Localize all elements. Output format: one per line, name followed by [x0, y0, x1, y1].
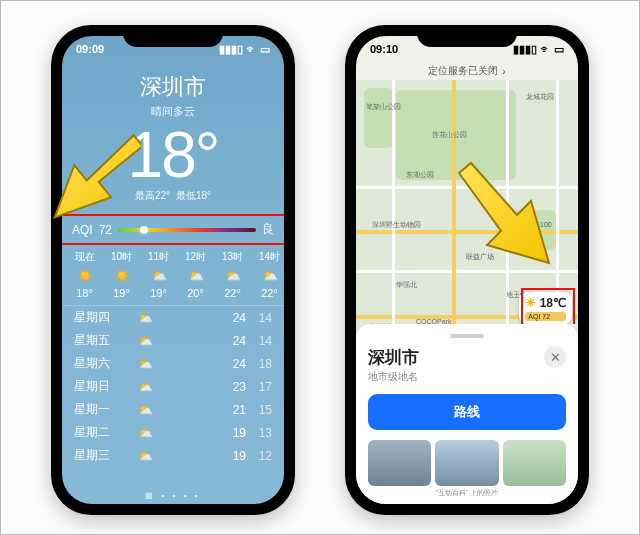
weather-badge[interactable]: ☀︎ 18℃ AQI 72: [519, 292, 572, 324]
badge-temp: 18℃: [540, 296, 566, 310]
weather-icon: ⛅: [188, 268, 204, 283]
weather-icon: ⛅: [128, 357, 220, 371]
hour-temp: 18°: [76, 287, 93, 299]
day-high: 24: [220, 334, 246, 348]
hour-temp: 19°: [150, 287, 167, 299]
day-low: 18: [246, 357, 272, 371]
hour-temp: 19°: [113, 287, 130, 299]
day-low: 14: [246, 311, 272, 325]
poi-label[interactable]: COCOPark: [416, 318, 451, 324]
wifi-icon: ᯤ: [540, 43, 551, 55]
day-name: 星期二: [74, 424, 128, 441]
hour-cell: 10时☀️19°: [103, 250, 140, 299]
day-row: 星期一⛅2115: [62, 398, 284, 421]
hour-time: 12时: [185, 250, 206, 264]
day-name: 星期三: [74, 447, 128, 464]
poi-label[interactable]: 华强北: [396, 280, 417, 290]
day-low: 17: [246, 380, 272, 394]
weather-icon: ⛅: [262, 268, 278, 283]
clock: 09:10: [370, 43, 398, 55]
clock: 09:09: [76, 43, 104, 55]
day-high: 23: [220, 380, 246, 394]
day-name: 星期六: [74, 355, 128, 372]
page-dots[interactable]: ▦ • • • •: [62, 487, 284, 504]
aqi-gradient-bar: [118, 228, 256, 232]
day-row: 星期日⛅2317: [62, 375, 284, 398]
hour-temp: 22°: [224, 287, 241, 299]
day-row: 星期四⛅2414: [62, 306, 284, 329]
day-row: 星期六⛅2418: [62, 352, 284, 375]
day-low: 14: [246, 334, 272, 348]
high-low: 最高22° 最低18°: [62, 189, 284, 203]
weather-icon: ⛅: [128, 311, 220, 325]
map-canvas[interactable]: 莲花山公园 笔架山公园 龙城花园 东湖公园 深圳野生动物园 联益广场 华强北 地…: [356, 80, 578, 324]
photo-thumb[interactable]: [368, 440, 431, 486]
poi-label[interactable]: 深圳野生动物园: [372, 220, 421, 230]
weather-icon: ⛅: [128, 334, 220, 348]
day-name: 星期五: [74, 332, 128, 349]
poi-label[interactable]: 东湖公园: [406, 170, 434, 180]
phone-left: 09:09 ▮▮▮▯ ᯤ ▭ 深圳市 晴间多云 18° 最高22° 最低18°: [51, 25, 295, 515]
place-sheet[interactable]: 深圳市 地市级地名 ✕ 路线 "互动百科" 上的照片: [356, 324, 578, 504]
photo-thumb[interactable]: [435, 440, 498, 486]
notch-right: [417, 25, 517, 47]
hour-cell: 11时⛅19°: [140, 250, 177, 299]
close-button[interactable]: ✕: [544, 346, 566, 368]
poi-label[interactable]: 龙城花园: [526, 92, 554, 102]
aqi-value: 72: [99, 223, 112, 237]
weather-icon: ⛅: [128, 426, 220, 440]
status-icons: ▮▮▮▯ ᯤ ▭: [219, 43, 270, 56]
weather-icon: ☀️: [114, 268, 130, 283]
day-name: 星期一: [74, 401, 128, 418]
hourly-forecast[interactable]: 现在☀️18°10时☀️19°11时⛅19°12时⛅20°13时⛅22°14时⛅…: [62, 244, 284, 306]
place-subtitle: 地市级地名: [368, 370, 419, 384]
day-row: 星期五⛅2414: [62, 329, 284, 352]
photo-credit: "互动百科" 上的照片: [368, 488, 566, 498]
hour-temp: 20°: [187, 287, 204, 299]
low-temp: 最低18°: [176, 189, 211, 203]
aqi-grade: 良: [262, 221, 274, 238]
day-name: 星期四: [74, 309, 128, 326]
battery-icon: ▭: [554, 43, 564, 56]
hour-time: 10时: [111, 250, 132, 264]
day-high: 21: [220, 403, 246, 417]
poi-label[interactable]: 海岸城: [370, 322, 391, 324]
day-low: 12: [246, 449, 272, 463]
day-high: 24: [220, 311, 246, 325]
hour-cell: 现在☀️18°: [66, 250, 103, 299]
weather-icon: ⛅: [225, 268, 241, 283]
status-icons: ▮▮▮▯ ᯤ ▭: [513, 43, 564, 56]
day-row: 星期二⛅1913: [62, 421, 284, 444]
poi-label[interactable]: 莲花山公园: [432, 130, 467, 140]
weather-app: 09:09 ▮▮▮▯ ᯤ ▭ 深圳市 晴间多云 18° 最高22° 最低18°: [62, 36, 284, 504]
photo-thumbs[interactable]: [368, 440, 566, 486]
hour-time: 14时: [259, 250, 280, 264]
daily-forecast[interactable]: 星期四⛅2414星期五⛅2414星期六⛅2418星期日⛅2317星期一⛅2115…: [62, 306, 284, 487]
hour-cell: 13时⛅22°: [214, 250, 251, 299]
hour-cell: 12时⛅20°: [177, 250, 214, 299]
route-button[interactable]: 路线: [368, 394, 566, 430]
weather-icon: ⛅: [128, 403, 220, 417]
place-title: 深圳市: [368, 346, 419, 369]
city-name: 深圳市: [62, 72, 284, 102]
poi-label[interactable]: 联益广场: [466, 252, 494, 262]
day-row: 星期三⛅1912: [62, 444, 284, 467]
location-notice[interactable]: 定位服务已关闭 ›: [356, 62, 578, 80]
sheet-grabber[interactable]: [450, 334, 484, 338]
chevron-right-icon: ›: [502, 66, 505, 77]
aqi-row[interactable]: AQI 72 良: [62, 215, 284, 244]
poi-label[interactable]: 笔架山公园: [366, 102, 401, 112]
hour-temp: 22°: [261, 287, 278, 299]
phone-right: 09:10 ▮▮▮▯ ᯤ ▭ 定位服务已关闭 ›: [345, 25, 589, 515]
day-high: 19: [220, 426, 246, 440]
badge-aqi: AQI 72: [525, 312, 566, 321]
photo-thumb[interactable]: [503, 440, 566, 486]
battery-icon: ▭: [260, 43, 270, 56]
hour-time: 现在: [75, 250, 95, 264]
condition: 晴间多云: [62, 104, 284, 119]
signal-icon: ▮▮▮▯: [219, 43, 243, 56]
signal-icon: ▮▮▮▯: [513, 43, 537, 56]
hour-cell: 14时⛅22°: [251, 250, 284, 299]
day-high: 19: [220, 449, 246, 463]
poi-label[interactable]: 京基100: [526, 220, 552, 230]
